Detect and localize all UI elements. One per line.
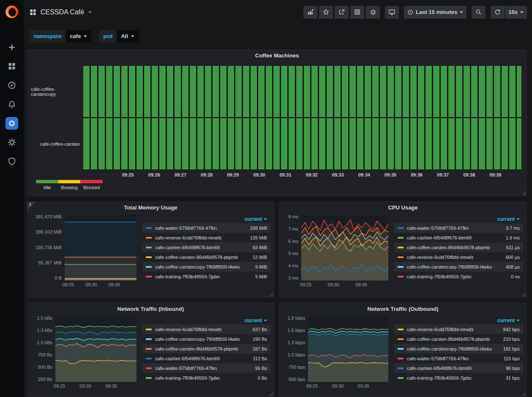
series-name[interactable]: cafe-coffee-carstencopy-7f66ff855f-l4wks: [155, 337, 248, 342]
series-color-icon: [146, 329, 152, 330]
magnifier-icon: [475, 9, 482, 15]
plot-area[interactable]: [65, 215, 136, 280]
series-name[interactable]: cafe-coffee-carstencopy-7f66ff855f-l4wks: [407, 346, 499, 351]
legend-row: cafe-cashier-6f5498f676-btm691.6 ms: [394, 233, 523, 242]
y-tick: 0 B: [55, 276, 62, 280]
time-range-picker[interactable]: Last 15 minutes: [404, 6, 467, 19]
legend-sort-current[interactable]: current: [142, 317, 270, 324]
sort-caret-icon: [516, 218, 520, 220]
panel-title[interactable]: Network Traffic (Outbound): [279, 303, 527, 314]
refresh-interval-picker[interactable]: 10s: [505, 6, 527, 19]
alerting-bell-icon[interactable]: [0, 95, 24, 114]
plot-area[interactable]: [301, 215, 388, 280]
series-name[interactable]: cafe-reverse-6cdd76f8dd-mnwfz: [407, 327, 499, 332]
legend-sort-current[interactable]: current: [394, 317, 523, 324]
y-tick: 1.3 kBs: [37, 328, 52, 333]
series-current-value: 190 Bs: [253, 337, 267, 342]
series-name[interactable]: cafe-coffee-carsten-86d46b9578-pbpmb: [407, 245, 502, 250]
series-legend: currentcafe-reverse-6cdd76f8dd-mnwfz842 …: [394, 317, 523, 395]
explore-compass-icon[interactable]: [0, 76, 24, 95]
state-bars[interactable]: [83, 66, 521, 117]
variable-pod-value[interactable]: All: [117, 30, 139, 42]
dashboard-title[interactable]: CESSDA Café: [41, 8, 84, 16]
kubernetes-app-icon[interactable]: [0, 114, 24, 133]
legend-sort-current[interactable]: current: [394, 215, 523, 223]
series-name[interactable]: cafe-cashier-6f5498f676-btm69: [407, 366, 502, 371]
series-name[interactable]: cafe-waiter-5758df7769-47fkn: [407, 356, 499, 361]
series-name[interactable]: cafe-reverse-6cdd76f8dd-mnwfz: [155, 327, 248, 332]
machine-row: cafe-coffee-carstencopy: [31, 66, 521, 117]
variable-namespace-value[interactable]: cafe: [65, 30, 91, 42]
star-button[interactable]: [319, 6, 333, 19]
create-icon[interactable]: [0, 38, 24, 57]
legend-row: cafe-waiter-5758df7769-47fkn115 bps: [394, 353, 523, 363]
series-current-value: 93 MiB: [253, 245, 267, 250]
series-current-value: 338 MiB: [250, 226, 267, 231]
configuration-gear-icon[interactable]: [0, 133, 24, 152]
legend-sort-current[interactable]: current: [142, 215, 270, 223]
panel-coffee-machines: Coffee Machines cafe-coffee-carstencopyc…: [27, 49, 527, 196]
series-name[interactable]: cafe-training-7f59b49559-7jpbn: [155, 375, 254, 381]
x-tick: 09:35: [106, 383, 117, 389]
panel-title[interactable]: Network Traffic (Inbound): [27, 303, 274, 314]
variable-namespace[interactable]: namespace cafe: [30, 30, 91, 42]
refresh-button[interactable]: [491, 6, 505, 19]
series-current-value: 3.7 ms: [506, 226, 520, 231]
legend-row: cafe-waiter-5758df7769-47fkn95 Bs: [142, 363, 270, 373]
series-name[interactable]: cafe-coffee-carsten-86d46b9578-pbpmb: [407, 337, 499, 342]
state-bars[interactable]: [83, 118, 521, 169]
grafana-flame-icon: [5, 5, 18, 18]
y-tick: 95.367 MiB: [38, 261, 62, 265]
dashboards-icon[interactable]: [0, 57, 24, 76]
series-color-icon: [398, 348, 404, 350]
x-tick: 09:30: [327, 282, 339, 287]
series-color-icon: [398, 338, 404, 340]
series-name[interactable]: cafe-cashier-6f5498f676-btm69: [155, 245, 248, 250]
series-name[interactable]: cafe-coffee-carsten-86d46b9578-pbpmb: [155, 346, 248, 351]
series-name[interactable]: cafe-cashier-6f5498f676-btm69: [407, 235, 502, 240]
series-color-icon: [146, 247, 152, 248]
cycle-view-mode-button[interactable]: [385, 6, 399, 19]
dashboard-title-caret-icon[interactable]: [88, 11, 92, 13]
series-name[interactable]: cafe-cashier-6f5498f676-btm69: [155, 356, 249, 361]
share-button[interactable]: [335, 6, 349, 19]
series-name[interactable]: cafe-training-7f59b49559-7jpbn: [407, 274, 507, 279]
series-name[interactable]: cafe-training-7f59b49559-7jpbn: [407, 375, 502, 381]
save-button[interactable]: [350, 6, 364, 19]
variable-pod-label: pod: [99, 30, 117, 42]
panel-title[interactable]: Total Memory Usage: [27, 202, 274, 213]
grafana-logo[interactable]: [5, 5, 18, 18]
machine-label: cafe-coffee-carsten: [31, 118, 83, 169]
panel-title[interactable]: Coffee Machines: [27, 50, 527, 61]
series-name[interactable]: cafe-coffee-carstencopy-7f66ff855f-l4wks: [155, 264, 251, 269]
add-panel-button[interactable]: [303, 6, 317, 19]
panel-title[interactable]: CPU Usage: [279, 202, 527, 213]
zoom-out-button[interactable]: [472, 6, 486, 19]
y-tick: 190.735 MiB: [35, 245, 62, 250]
legend-row: cafe-coffee-carstencopy-7f66ff855f-l4wks…: [142, 334, 270, 344]
series-current-value: 0 ns: [511, 274, 520, 279]
variable-pod[interactable]: pod All: [99, 30, 139, 42]
y-tick: 5 ms: [288, 251, 298, 256]
series-name[interactable]: cafe-coffee-carsten-86d46b9578-pbpmb: [155, 255, 248, 260]
series-name[interactable]: cafe-waiter-5758df7769-47fkn: [155, 366, 251, 371]
chevron-down-icon: [131, 35, 134, 37]
dashboard-settings-button[interactable]: [366, 6, 380, 19]
server-admin-shield-icon[interactable]: [0, 152, 24, 171]
sidebar: [0, 0, 24, 397]
legend-row: cafe-training-7f59b49559-7jpbn0 ns: [394, 272, 523, 281]
x-tick: 09:34: [358, 172, 370, 177]
plot-area[interactable]: [55, 316, 136, 382]
series-name[interactable]: cafe-reverse-6cdd76f8dd-mnwfz: [407, 255, 502, 260]
inbound-graph: 1.5 kBs1.3 kBs1.0 kBs750 Bs500 Bs250 Bs …: [27, 314, 274, 395]
y-axis: 1.8 kbps1.5 kbps1.3 kbps1.0 kbps750 bps5…: [283, 316, 308, 382]
series-color-icon: [146, 348, 152, 350]
series-name[interactable]: cafe-training-7f59b49559-7jpbn: [155, 274, 251, 279]
panel-info-corner[interactable]: [27, 202, 36, 210]
series-name[interactable]: cafe-waiter-5758df7769-47fkn: [407, 226, 502, 231]
series-name[interactable]: cafe-coffee-carstencopy-7f66ff855f-l4wks: [407, 264, 502, 269]
plot-area[interactable]: [308, 316, 388, 382]
x-tick: 09:28: [201, 172, 213, 177]
series-name[interactable]: cafe-reverse-6cdd76f8dd-mnwfz: [155, 235, 246, 240]
series-name[interactable]: cafe-waiter-5758df7769-47fkn: [155, 226, 246, 231]
